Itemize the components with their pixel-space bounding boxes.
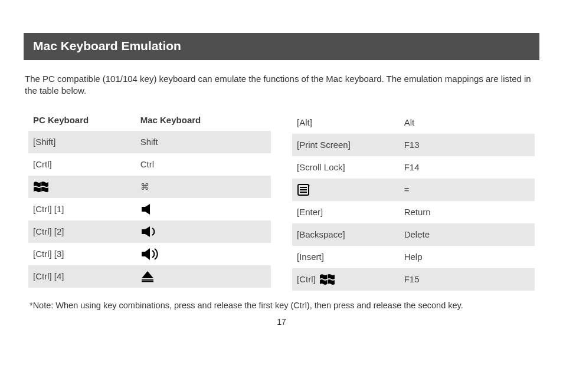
mac-cell: Return [404,207,530,217]
page-number: 17 [24,317,539,327]
mac-key-text: = [404,185,410,195]
svg-rect-4 [300,189,307,190]
pc-key-text: [Insert] [297,252,324,262]
svg-rect-3 [300,187,307,188]
menu-icon [297,183,311,197]
mac-cell: Delete [404,229,530,239]
mac-key-text: F13 [404,140,420,150]
pc-key-text: [Shift] [33,137,55,147]
mac-cell: F15 [404,274,530,284]
table-row: [Scroll Lock]F14 [292,156,535,179]
table-left: PC Keyboard Mac Keyboard [Shift]Shift[Cr… [28,111,271,291]
mac-key-text: Shift [140,137,158,147]
pc-key-text: [Ctrl] [2] [33,226,64,236]
pc-cell [297,183,404,197]
speaker-mute-icon [140,203,158,215]
table-right: [Alt]Alt[Print Screen]F13[Scroll Lock]F1… [292,111,535,291]
pc-key-text: [Backspace] [297,229,345,239]
mac-cell [140,225,266,238]
footnote: *Note: When using key combinations, pres… [24,300,539,312]
mac-key-text: Ctrl [140,159,154,169]
table-row: [Backspace]Delete [292,223,535,246]
pc-key-text: [Ctrl] [4] [33,271,64,281]
section-title: Mac Keyboard Emulation [33,39,181,52]
pc-key-text: [Alt] [297,117,312,127]
mac-key-text: F15 [404,274,420,284]
mac-key-text: F14 [404,162,420,172]
mac-cell [140,270,266,283]
table-row: [Crtl]Ctrl [28,153,271,176]
mac-key-text: Return [404,207,431,217]
pc-cell: [Shift] [33,137,140,147]
mac-key-text: Delete [404,229,430,239]
pc-key-text: [Crtl] [33,159,52,169]
eject-icon [140,270,155,283]
pc-cell: [Enter] [297,207,404,217]
pc-key-text: [Ctrl] [297,274,316,284]
mac-cell: Alt [404,117,530,127]
mac-key-text: Help [404,252,423,262]
svg-rect-5 [300,192,307,193]
mac-cell: = [404,185,530,195]
speaker-high-icon [140,247,163,261]
mac-key-text: ⌘ [140,182,149,192]
svg-rect-1 [142,281,153,282]
pc-key-text: [Ctrl] [3] [33,249,64,259]
pc-cell: [Print Screen] [297,140,404,150]
table-row: [Ctrl] [3] [28,243,271,265]
pc-cell: [Ctrl] [2] [33,226,140,236]
table-row: [Shift]Shift [28,131,271,153]
mac-cell: F13 [404,140,530,150]
pc-cell: [Ctrl] [4] [33,271,140,281]
mac-key-text: Alt [404,117,415,127]
mac-cell [140,203,266,215]
section-title-bar: Mac Keyboard Emulation [24,33,539,60]
svg-rect-0 [142,279,153,281]
table-row: [Insert]Help [292,246,535,268]
header-pc: PC Keyboard [33,115,140,125]
pc-cell: [Scroll Lock] [297,162,404,172]
pc-cell: [Ctrl] [1] [33,204,140,214]
table-row: [Print Screen]F13 [292,134,535,156]
pc-key-text: [Scroll Lock] [297,162,345,172]
pc-key-text: [Print Screen] [297,140,351,150]
header-mac: Mac Keyboard [140,115,266,125]
speaker-low-icon [140,225,161,238]
pc-cell: [Ctrl] [3] [33,249,140,259]
pc-key-text: [Ctrl] [1] [33,204,64,214]
windows-icon [33,180,48,193]
table-header-row: PC Keyboard Mac Keyboard [28,111,271,131]
mapping-tables: PC Keyboard Mac Keyboard [Shift]Shift[Cr… [24,111,539,291]
table-row: [Ctrl] [2] [28,220,271,243]
table-row: ⌘ [28,176,271,198]
table-row: [Alt]Alt [292,111,535,134]
table-row: [Enter]Return [292,201,535,223]
mac-cell: Shift [140,137,266,147]
pc-key-text: [Enter] [297,207,323,217]
table-row: [Ctrl] [4] [28,265,271,288]
intro-paragraph: The PC compatible (101/104 key) keyboard… [24,73,539,97]
mac-cell: Help [404,252,530,262]
table-row: = [292,179,535,201]
pc-cell: [Ctrl] [297,273,404,286]
table-row: [Ctrl] [1] [28,198,271,220]
document-page: Mac Keyboard Emulation The PC compatible… [0,0,563,338]
mac-cell: F14 [404,162,530,172]
pc-cell: [Crtl] [33,159,140,169]
pc-cell: [Insert] [297,252,404,262]
mac-cell [140,247,266,261]
pc-cell [33,180,140,193]
mac-cell: ⌘ [140,182,266,192]
pc-cell: [Alt] [297,117,404,127]
windows-icon [319,273,335,286]
pc-cell: [Backspace] [297,229,404,239]
mac-cell: Ctrl [140,159,266,169]
table-row: [Ctrl]F15 [292,268,535,291]
